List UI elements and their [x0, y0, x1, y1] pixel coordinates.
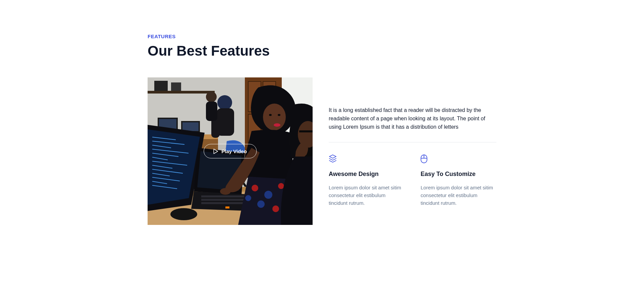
svg-point-49: [278, 183, 284, 189]
feature-title: Easy To Customize: [421, 171, 496, 178]
svg-point-51: [272, 205, 279, 212]
feature-title: Awesome Design: [329, 171, 405, 178]
hero-image: Play Video: [148, 77, 313, 225]
svg-point-48: [264, 191, 272, 199]
mouse-icon: [421, 155, 496, 163]
features-grid: Awesome Design Lorem ipsum dolor sit ame…: [329, 155, 496, 207]
svg-rect-17: [221, 99, 229, 102]
svg-rect-8: [154, 81, 168, 91]
svg-point-50: [257, 200, 265, 208]
content-row: Play Video It is a long established fact…: [148, 77, 496, 225]
svg-rect-9: [171, 82, 181, 91]
svg-rect-7: [148, 91, 215, 94]
feature-text: Lorem ipsum dolor sit amet sitim consect…: [421, 184, 496, 207]
feature-easy-to-customize: Easy To Customize Lorem ipsum dolor sit …: [421, 155, 496, 207]
section-description: It is a long established fact that a rea…: [329, 106, 496, 131]
text-column: It is a long established fact that a rea…: [329, 77, 496, 207]
layers-icon: [329, 155, 405, 163]
divider: [329, 142, 496, 142]
svg-point-47: [252, 185, 258, 191]
svg-rect-15: [182, 122, 199, 131]
play-video-button[interactable]: Play Video: [204, 144, 257, 159]
play-icon: [213, 148, 218, 154]
svg-point-16: [217, 95, 232, 110]
svg-point-44: [269, 114, 272, 116]
section-eyebrow: FEATURES: [148, 34, 496, 39]
svg-point-45: [278, 114, 280, 116]
feature-text: Lorem ipsum dolor sit amet sitim consect…: [329, 184, 405, 207]
svg-rect-40: [225, 206, 229, 208]
svg-rect-23: [206, 102, 217, 121]
features-section: FEATURES Our Best Features: [148, 0, 496, 225]
svg-point-46: [220, 188, 231, 195]
svg-point-52: [245, 195, 251, 201]
feature-awesome-design: Awesome Design Lorem ipsum dolor sit ame…: [329, 155, 405, 207]
image-column: Play Video: [148, 77, 313, 225]
section-heading: Our Best Features: [148, 43, 496, 59]
svg-point-42: [263, 104, 286, 130]
svg-point-22: [206, 92, 217, 102]
svg-point-41: [170, 208, 197, 220]
svg-rect-56: [299, 130, 313, 132]
play-video-label: Play Video: [221, 148, 247, 154]
svg-point-43: [274, 123, 280, 127]
